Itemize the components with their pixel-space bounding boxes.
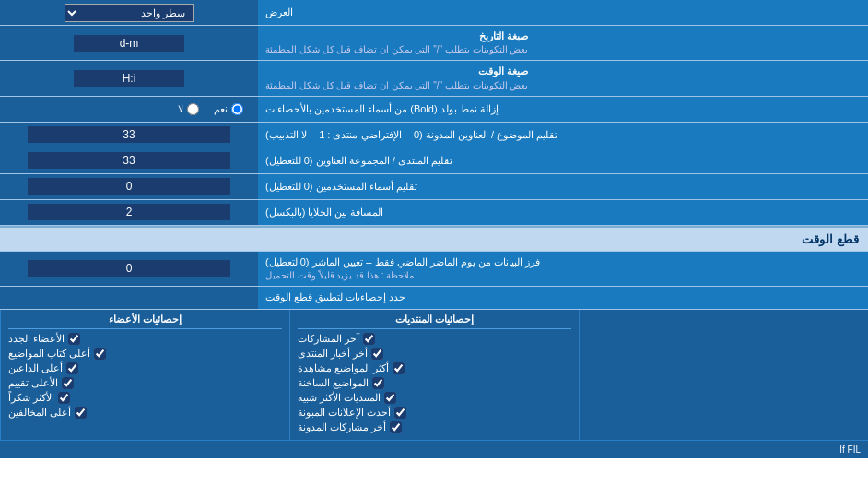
ard-row: العرض سطر واحد: [0, 0, 868, 26]
main-container: العرض سطر واحد صيغة التاريخ بعض التكوينا…: [0, 0, 868, 458]
cut-time-input[interactable]: [28, 260, 230, 277]
radio-no-label[interactable]: لا: [178, 103, 199, 115]
radio-yes[interactable]: [231, 103, 243, 115]
members-names-row: تقليم أسماء المستخدمين (0 للتعطيل): [0, 174, 868, 200]
cells-gap-input-cell: [0, 200, 258, 225]
bold-remove-input-cell: نعم لا: [0, 97, 258, 122]
cb-mosharkaat-madona[interactable]: [390, 421, 402, 433]
cb-jadod[interactable]: [68, 333, 80, 345]
topics-titles-row: تقليم الموضوع / العناوين المدونة (0 -- ا…: [0, 123, 868, 148]
cb-mukhalefeen[interactable]: [75, 407, 87, 419]
bold-remove-label: إزالة نمط بولد (Bold) من أسماء المستخدمي…: [258, 97, 868, 122]
members-names-input-cell: [0, 174, 258, 199]
cells-gap-input[interactable]: [28, 204, 230, 220]
time-format-input-cell: [0, 61, 258, 95]
stats-header-row: حدد إحصاءيات لتطبيق قطع الوقت: [0, 287, 868, 309]
date-format-input-cell: [0, 26, 258, 60]
forum-titles-row: تقليم المنتدى / المجموعة العناوين (0 للت…: [0, 148, 868, 174]
cb-item-ilanat: أحدث الإعلانات المبونة: [298, 407, 571, 419]
forum-titles-input[interactable]: [28, 152, 230, 169]
checkboxes-grid: إحصائيات المنتديات آخر المشاركات أخر أخب…: [0, 310, 868, 440]
time-format-label-text: صيغة الوقت بعض التكوينات يتطلب "/" التي …: [265, 65, 528, 91]
members-names-input[interactable]: [28, 178, 230, 195]
cb-item-kottab: أعلى كتاب المواضيع: [8, 348, 282, 360]
topics-titles-label: تقليم الموضوع / العناوين المدونة (0 -- ا…: [258, 123, 868, 148]
cb-item-daein: أعلى الداعين: [8, 362, 282, 374]
cb-taqyeem[interactable]: [62, 377, 74, 389]
stats-header-label: حدد إحصاءيات لتطبيق قطع الوقت: [258, 287, 868, 308]
cb-item-mosharkaat-madona: أخر مشاركات المدونة: [298, 421, 571, 433]
checkbox-col-empty: [579, 310, 868, 440]
cb-akhar-mosharkaat[interactable]: [363, 333, 375, 345]
radio-yes-label[interactable]: نعم: [214, 103, 243, 115]
cb-kottab[interactable]: [94, 348, 106, 360]
cb-item-mukhalefeen: أعلى المخالفين: [8, 407, 282, 419]
cb-item-akhar-mosharkaat: آخر المشاركات: [298, 333, 571, 345]
cb-mostahda[interactable]: [393, 362, 405, 374]
cb-daein[interactable]: [66, 362, 78, 374]
radio-no[interactable]: [187, 103, 199, 115]
cut-time-row: فرز البيانات من يوم الماضر الماضي فقط --…: [0, 252, 868, 287]
cut-time-input-cell: [0, 252, 258, 286]
cells-gap-row: المسافة بين الخلايا (بالبكسل): [0, 200, 868, 226]
date-format-input[interactable]: [74, 35, 184, 52]
checkbox-col-members: إحصائيات الأعضاء الأعضاء الجدد أعلى كتاب…: [0, 310, 289, 440]
cb-item-mostahda: أكثر المواضيع مشاهدة: [298, 362, 571, 374]
bold-remove-row: إزالة نمط بولد (Bold) من أسماء المستخدمي…: [0, 97, 868, 123]
members-names-label: تقليم أسماء المستخدمين (0 للتعطيل): [258, 174, 868, 199]
members-col-header: إحصائيات الأعضاء: [8, 314, 282, 329]
cb-item-aktar-shbia: المنتديات الأكثر شبية: [298, 392, 571, 404]
forum-titles-label: تقليم المنتدى / المجموعة العناوين (0 للت…: [258, 148, 868, 173]
forums-col-header: إحصائيات المنتديات: [298, 314, 571, 329]
time-format-row: صيغة الوقت بعض التكوينات يتطلب "/" التي …: [0, 61, 868, 96]
cb-item-jadod: الأعضاء الجدد: [8, 333, 282, 345]
ard-input-cell: سطر واحد: [0, 0, 258, 25]
cut-time-label: فرز البيانات من يوم الماضر الماضي فقط --…: [258, 252, 868, 286]
time-format-label: صيغة الوقت بعض التكوينات يتطلب "/" التي …: [258, 61, 868, 95]
cb-item-akhbar: أخر أخبار المنتدى: [298, 348, 571, 360]
cb-shokr[interactable]: [58, 392, 70, 404]
date-format-label-text: صيغة التاريخ بعض التكوينات يتطلب "/" الت…: [265, 30, 528, 56]
time-format-input[interactable]: [74, 70, 184, 87]
cb-item-taqyeem: الأعلى تقييم: [8, 377, 282, 389]
cb-akhbar[interactable]: [371, 348, 383, 360]
cb-item-shokr: الأكثر شكراً: [8, 392, 282, 404]
stats-header-input-cell: [0, 287, 258, 308]
cb-item-saakha: المواضيع الساخنة: [298, 377, 571, 389]
bottom-note: If FIL: [0, 440, 868, 458]
ard-dropdown[interactable]: سطر واحد: [65, 4, 194, 22]
ard-label: العرض: [258, 0, 868, 25]
date-format-row: صيغة التاريخ بعض التكوينات يتطلب "/" الت…: [0, 26, 868, 61]
cut-time-header: قطع الوقت: [0, 226, 868, 252]
cb-ilanat[interactable]: [394, 407, 406, 419]
date-format-label: صيغة التاريخ بعض التكوينات يتطلب "/" الت…: [258, 26, 868, 60]
cb-saakha[interactable]: [372, 377, 384, 389]
cells-gap-label: المسافة بين الخلايا (بالبكسل): [258, 200, 868, 225]
topics-titles-input[interactable]: [28, 126, 230, 143]
forum-titles-input-cell: [0, 148, 258, 173]
topics-titles-input-cell: [0, 123, 258, 148]
checkbox-col-forums: إحصائيات المنتديات آخر المشاركات أخر أخب…: [289, 310, 579, 440]
cb-aktar-shbia[interactable]: [384, 392, 396, 404]
